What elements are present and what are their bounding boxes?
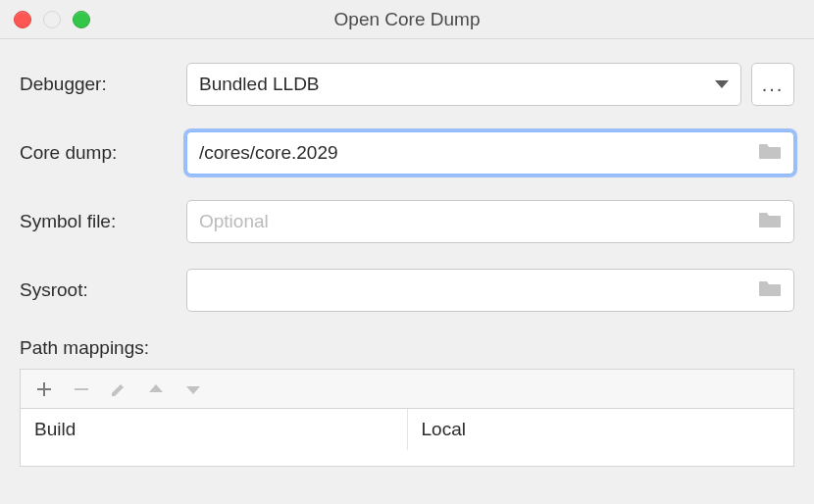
debugger-label: Debugger: [20,74,186,95]
folder-icon[interactable] [758,141,782,166]
path-mappings-body [21,450,793,466]
ellipsis-icon: ... [762,74,785,96]
debugger-row: Debugger: Bundled LLDB ... [20,63,794,106]
move-up-button[interactable] [138,374,174,405]
symbol-file-placeholder: Optional [199,211,750,232]
remove-mapping-button[interactable] [64,374,99,405]
core-dump-input[interactable]: /cores/core.2029 [186,131,794,175]
folder-icon[interactable] [758,278,782,303]
path-mappings-label: Path mappings: [20,337,794,359]
chevron-down-icon [715,80,729,88]
core-dump-row: Core dump: /cores/core.2029 [20,131,794,175]
plus-icon [35,380,53,398]
debugger-more-button[interactable]: ... [751,63,794,106]
window-minimize-button[interactable] [43,11,61,28]
chevron-down-icon [184,382,202,396]
traffic-lights [14,11,90,28]
sysroot-label: Sysroot: [20,279,186,301]
titlebar: Open Core Dump [0,0,814,39]
debugger-select-value: Bundled LLDB [199,74,707,95]
core-dump-value: /cores/core.2029 [199,142,750,164]
path-mappings-toolbar [20,369,794,408]
path-mappings-header: Build Local [21,409,793,450]
window-close-button[interactable] [14,11,31,28]
symbol-file-row: Symbol file: Optional [20,200,794,243]
chevron-up-icon [147,382,165,396]
move-down-button[interactable] [176,374,211,405]
core-dump-label: Core dump: [20,142,186,164]
edit-mapping-button[interactable] [101,374,136,405]
window-zoom-button[interactable] [73,11,90,28]
debugger-select[interactable]: Bundled LLDB [186,63,741,106]
sysroot-input[interactable] [186,269,794,312]
symbol-file-label: Symbol file: [20,211,186,232]
symbol-file-input[interactable]: Optional [186,200,794,243]
add-mapping-button[interactable] [26,374,62,405]
column-header-local[interactable]: Local [408,409,794,450]
path-mappings-table: Build Local [20,408,794,467]
folder-icon[interactable] [758,210,782,234]
window-title: Open Core Dump [0,9,814,30]
pencil-icon [110,380,127,398]
column-header-build[interactable]: Build [21,409,408,450]
dialog-content: Debugger: Bundled LLDB ... Core dump: /c… [0,39,814,467]
sysroot-row: Sysroot: [20,269,794,312]
minus-icon [73,380,90,398]
